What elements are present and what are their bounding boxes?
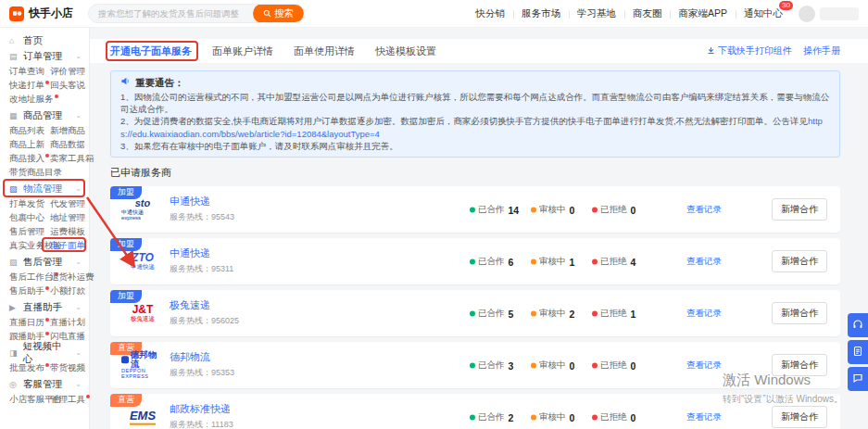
sidebar-item[interactable]: 商品数据 bbox=[50, 139, 94, 149]
sidebar-section-products[interactable]: ▦ 商品管理 ⌄ bbox=[0, 107, 89, 123]
sidebar-item[interactable]: 商品接入 bbox=[9, 153, 50, 163]
service-icon: ◎ bbox=[9, 380, 19, 389]
courier-name-link[interactable]: 邮政标准快递 bbox=[170, 402, 233, 416]
nav-merchant-circle[interactable]: 商友圈 bbox=[624, 7, 671, 20]
courier-stats: 已合作2 审核中0 已拒绝0 查看记录 bbox=[470, 411, 722, 423]
manual-link[interactable]: 操作手册 bbox=[803, 44, 840, 57]
add-cooperation-button[interactable]: 新增合作 bbox=[772, 302, 827, 324]
nav-notification-center[interactable]: 通知中心 30 bbox=[736, 7, 791, 20]
tab-waybill-usage-detail[interactable]: 面单使用详情 bbox=[294, 44, 355, 58]
sidebar-item[interactable]: 订单查询 bbox=[9, 66, 50, 76]
announcement-icon bbox=[120, 76, 131, 90]
add-cooperation-button[interactable]: 新增合作 bbox=[772, 198, 827, 221]
sidebar-item[interactable]: 带货视频 bbox=[50, 362, 87, 372]
sidebar-item[interactable]: 打单发货 bbox=[9, 198, 50, 208]
floating-toolbar bbox=[848, 313, 868, 391]
logistics-icon: ▧ bbox=[9, 184, 19, 194]
sidebar-item[interactable]: 带货商品目录 bbox=[9, 167, 94, 177]
courier-name-link[interactable]: 申通快递 bbox=[170, 195, 234, 208]
sidebar-item[interactable]: 商品上新 bbox=[9, 139, 50, 149]
sidebar-item[interactable]: 售后助手 bbox=[9, 285, 50, 296]
sto-logo: sto 申通快递 express bbox=[121, 198, 164, 221]
stat-cooperated: 已合作3 bbox=[470, 360, 531, 372]
ems-logo: EMS bbox=[121, 410, 164, 425]
sidebar-section-short-video[interactable]: ◨ 短视频中心 ⌄ bbox=[0, 345, 89, 360]
sidebar-item[interactable]: 直播计划 bbox=[50, 317, 87, 327]
sidebar-item[interactable]: 真实业务校验 bbox=[9, 240, 50, 250]
avatar[interactable] bbox=[799, 6, 815, 22]
sidebar-item[interactable]: 小额打款 bbox=[50, 285, 94, 296]
nav-distribution[interactable]: 快分销 bbox=[467, 7, 513, 20]
sidebar-item[interactable]: 改地址服务 bbox=[9, 94, 50, 104]
sidebar-item[interactable]: 代发管理 bbox=[50, 198, 87, 208]
orange-dot-icon bbox=[531, 310, 536, 316]
sidebar-item[interactable]: 管理工具 bbox=[50, 394, 90, 404]
sidebar-section-orders[interactable]: ▤ 订单管理 ⌄ bbox=[0, 48, 89, 64]
courier-info: 德邦物流 服务热线：95353 bbox=[170, 350, 234, 379]
nav-notification-label: 通知中心 bbox=[744, 7, 783, 19]
sidebar-home-label: 首页 bbox=[23, 34, 43, 47]
sidebar-item[interactable]: 退货补运费 bbox=[50, 271, 94, 282]
nav-learning-base[interactable]: 学习基地 bbox=[569, 7, 624, 20]
view-records-link[interactable]: 查看记录 bbox=[686, 411, 722, 423]
search-icon bbox=[263, 8, 271, 19]
green-dot-icon bbox=[470, 362, 475, 368]
tab-waybill-account-detail[interactable]: 面单账户详情 bbox=[212, 44, 273, 58]
sidebar-section-live[interactable]: ▶ 直播助手 ⌄ bbox=[0, 299, 89, 315]
add-cooperation-button[interactable]: 新增合作 bbox=[772, 406, 827, 428]
search-input[interactable] bbox=[98, 8, 253, 19]
add-cooperation-button[interactable]: 新增合作 bbox=[772, 250, 827, 272]
stat-reviewing: 审核中0 bbox=[531, 204, 592, 216]
product-icon: ▦ bbox=[9, 111, 19, 120]
sidebar-item[interactable]: 小店客服平台 bbox=[9, 394, 50, 404]
sidebar-section-aftersale[interactable]: ▨ 售后管理 ⌄ bbox=[0, 254, 89, 270]
feedback-button[interactable] bbox=[848, 340, 868, 364]
view-records-link[interactable]: 查看记录 bbox=[686, 204, 722, 216]
nav-service-market[interactable]: 服务市场 bbox=[513, 7, 569, 20]
tab-express-template-settings[interactable]: 快递模板设置 bbox=[375, 44, 436, 58]
sidebar-item[interactable]: 售后工作台 bbox=[9, 271, 50, 282]
courier-name-link[interactable]: 极兔速递 bbox=[170, 298, 239, 312]
red-dot-icon bbox=[55, 95, 58, 98]
sidebar-item[interactable]: 回头客说 bbox=[50, 80, 87, 90]
courier-info: 申通快递 服务热线：95543 bbox=[170, 195, 234, 223]
red-dot-icon bbox=[45, 81, 49, 84]
sidebar-item-home[interactable]: ⌂ 首页 bbox=[0, 33, 89, 48]
sidebar-item[interactable]: 直播日历 bbox=[9, 317, 50, 327]
add-cooperation-button[interactable]: 新增合作 bbox=[772, 354, 827, 376]
download-print-component-link[interactable]: 下载快手打印组件 bbox=[707, 44, 792, 57]
red-dot-icon bbox=[592, 310, 598, 316]
sidebar-item[interactable]: 商品列表 bbox=[9, 125, 50, 135]
sidebar-section-customer-service[interactable]: ◎ 客服管理 ⌄ bbox=[0, 376, 89, 392]
sidebar-section-logistics[interactable]: ▧ 物流管理 ⌄ bbox=[0, 181, 89, 196]
sidebar-section-orders-items: 订单查询 评价管理 快递打单 回头客说 改地址服务 bbox=[0, 64, 89, 107]
sidebar-item[interactable]: 快递打单 bbox=[9, 80, 50, 90]
stat-reviewing: 审核中1 bbox=[531, 256, 592, 268]
chat-button[interactable] bbox=[848, 367, 868, 391]
tab-open-waybill-service[interactable]: 开通电子面单服务 bbox=[110, 44, 192, 58]
sidebar-item[interactable]: 运费模板 bbox=[50, 226, 87, 236]
view-records-link[interactable]: 查看记录 bbox=[686, 308, 722, 320]
nav-merchant-app[interactable]: 商家端APP bbox=[670, 7, 736, 20]
red-dot-icon bbox=[45, 154, 49, 158]
sidebar-item[interactable]: 地址管理 bbox=[50, 212, 87, 222]
sidebar-item[interactable]: 售后管理 bbox=[9, 226, 50, 236]
courier-name-link[interactable]: 中通快递 bbox=[170, 246, 233, 260]
courier-card-sto: 加盟 sto 申通快递 express 申通快递 服务热线：95543 已合作1… bbox=[110, 186, 840, 233]
courier-name-link[interactable]: 德邦物流 bbox=[170, 350, 234, 364]
customer-service-button[interactable] bbox=[848, 313, 868, 337]
red-dot-icon bbox=[592, 414, 598, 420]
stat-reviewing: 审核中2 bbox=[531, 308, 592, 320]
courier-info: 邮政标准快递 服务热线：11183 bbox=[170, 402, 233, 429]
sidebar-item[interactable]: 卖家工具箱 bbox=[50, 153, 94, 163]
view-records-link[interactable]: 查看记录 bbox=[686, 256, 722, 268]
sidebar-item[interactable]: 包裹中心 bbox=[9, 212, 50, 222]
app-logo[interactable]: 快手小店 bbox=[9, 6, 73, 21]
view-records-link[interactable]: 查看记录 bbox=[686, 360, 722, 372]
sidebar-item[interactable]: 新增商品 bbox=[50, 125, 94, 135]
sidebar-item[interactable]: 评价管理 bbox=[50, 66, 87, 76]
app-title: 快手小店 bbox=[29, 6, 73, 21]
search-button[interactable]: 搜索 bbox=[253, 4, 304, 23]
sidebar-item-electronic-waybill[interactable]: 电子面单 bbox=[50, 240, 87, 250]
sidebar-item[interactable]: 批量发布 bbox=[9, 362, 50, 372]
